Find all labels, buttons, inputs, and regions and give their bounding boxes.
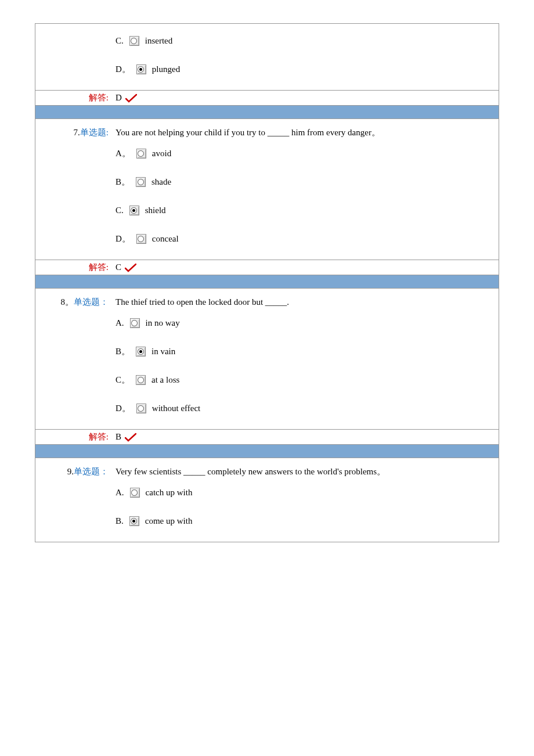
checkmark-icon bbox=[125, 95, 136, 103]
option-text: plunged bbox=[152, 62, 180, 77]
checkmark-icon bbox=[125, 434, 135, 442]
q8-option-d: D。 without effect bbox=[116, 396, 495, 424]
option-letter: B. bbox=[116, 513, 124, 529]
option-letter: C。 bbox=[116, 372, 130, 388]
radio-icon[interactable] bbox=[136, 234, 146, 244]
question-type: 单选题： bbox=[74, 297, 109, 307]
answer-label: 解答: bbox=[89, 432, 109, 441]
radio-icon[interactable] bbox=[129, 36, 139, 46]
checkmark-icon bbox=[125, 264, 135, 272]
separator-bar bbox=[35, 275, 499, 289]
q6-option-d: D。 plunged bbox=[116, 57, 495, 85]
radio-icon[interactable] bbox=[136, 375, 146, 385]
radio-icon[interactable] bbox=[136, 64, 146, 74]
option-letter: D。 bbox=[116, 401, 131, 416]
question-number: 8。 bbox=[61, 297, 74, 307]
q9-option-a: A. catch up with bbox=[116, 480, 495, 509]
radio-icon[interactable] bbox=[136, 149, 146, 159]
radio-icon[interactable] bbox=[136, 347, 146, 357]
option-text: in vain bbox=[151, 344, 175, 359]
option-letter: A。 bbox=[116, 146, 131, 161]
option-text: without effect bbox=[152, 401, 200, 416]
option-text: conceal bbox=[152, 231, 179, 247]
q7-option-a: A。 avoid bbox=[116, 141, 495, 170]
option-text: catch up with bbox=[146, 485, 193, 501]
q8-stem: The thief tried to open the locked door … bbox=[116, 293, 495, 311]
radio-icon[interactable] bbox=[129, 516, 139, 526]
radio-icon[interactable] bbox=[136, 177, 146, 187]
option-letter: C. bbox=[116, 33, 124, 49]
question-type: 单选题： bbox=[74, 467, 109, 476]
radio-icon[interactable] bbox=[129, 206, 139, 215]
radio-icon[interactable] bbox=[136, 404, 146, 413]
separator-bar bbox=[35, 106, 499, 119]
q7-option-c: C. shield bbox=[116, 198, 495, 226]
q7-option-b: B。 shade bbox=[116, 170, 495, 198]
question-number: 7. bbox=[74, 128, 80, 137]
radio-icon[interactable] bbox=[130, 488, 140, 498]
option-text: at a loss bbox=[151, 372, 179, 388]
q8-answer-letter: B bbox=[116, 432, 121, 441]
q7-option-d: D。 conceal bbox=[116, 226, 495, 255]
option-text: avoid bbox=[152, 146, 171, 161]
option-text: inserted bbox=[145, 33, 172, 49]
option-letter: B。 bbox=[116, 344, 130, 359]
q9-stem: Very few scientists _____ completely new… bbox=[116, 463, 495, 480]
option-letter: C. bbox=[116, 203, 124, 218]
answer-label: 解答: bbox=[89, 262, 109, 272]
option-letter: B。 bbox=[116, 174, 130, 190]
option-letter: A. bbox=[116, 485, 124, 501]
question-type: 单选题: bbox=[80, 128, 109, 137]
radio-icon[interactable] bbox=[130, 318, 140, 328]
q8-option-c: C。 at a loss bbox=[116, 368, 495, 396]
q6-answer-letter: D bbox=[116, 93, 122, 102]
option-text: come up with bbox=[145, 513, 193, 529]
option-letter: D。 bbox=[116, 231, 131, 247]
question-number: 9. bbox=[67, 467, 74, 476]
option-text: in no way bbox=[146, 315, 180, 331]
q7-answer-letter: C bbox=[116, 262, 121, 272]
q8-option-a: A. in no way bbox=[116, 311, 495, 339]
q6-option-c: C. inserted bbox=[116, 28, 495, 57]
answer-label: 解答: bbox=[89, 93, 109, 102]
option-text: shade bbox=[151, 174, 171, 190]
q7-stem: You are not helping your child if you tr… bbox=[116, 124, 495, 141]
option-letter: D。 bbox=[116, 62, 131, 77]
option-text: shield bbox=[145, 203, 166, 218]
separator-bar bbox=[35, 445, 499, 458]
q8-option-b: B。 in vain bbox=[116, 339, 495, 368]
q9-option-b: B. come up with bbox=[116, 509, 495, 537]
option-letter: A. bbox=[116, 315, 124, 331]
